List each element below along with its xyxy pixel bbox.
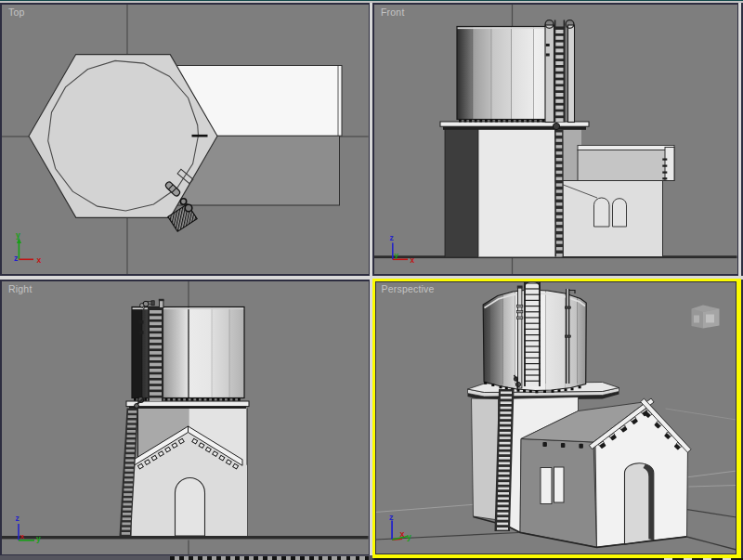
svg-text:y: y [16,230,20,240]
svg-text:x: x [37,254,42,264]
svg-text:y: y [36,533,41,542]
svg-text:z: z [16,514,20,523]
svg-text:z: z [14,254,18,263]
svg-text:x: x [20,531,25,540]
svg-text:z: z [390,232,394,241]
svg-text:y: y [395,251,399,259]
svg-text:x: x [411,254,415,264]
